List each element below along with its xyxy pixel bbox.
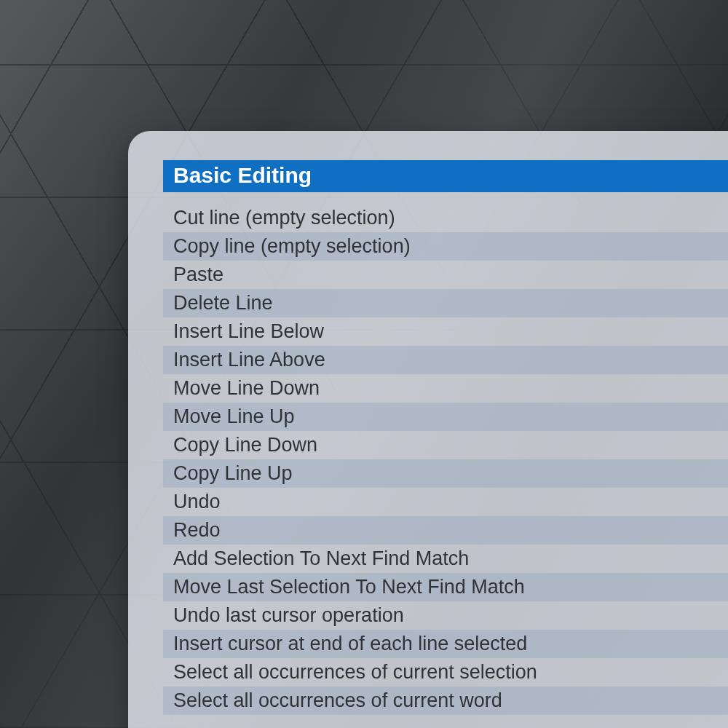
shortcut-label: Move Line Down: [173, 379, 728, 398]
shortcut-row: Move Line UpAlt+Up: [163, 403, 728, 431]
shortcut-row: Select all occurrences of current wordCt…: [163, 687, 728, 715]
shortcut-row: Copy Line DownShift+Alt+Down: [163, 431, 728, 459]
shortcut-label: Move Last Selection To Next Find Match: [173, 577, 728, 597]
shortcut-label: Copy Line Down: [173, 435, 728, 455]
shortcut-row: Copy line (empty selection)Ctrl+C: [163, 232, 728, 261]
section-header: Basic Editing: [163, 160, 728, 192]
shortcut-label: Paste: [173, 265, 728, 285]
shortcut-label: Redo: [173, 521, 728, 540]
shortcut-row: Delete LineCtrl+Shift+K: [163, 289, 728, 317]
shortcut-row: Move Line DownAlt+Down: [163, 374, 728, 403]
shortcut-row: RedoCtrl+Y: [163, 516, 728, 545]
shortcut-row: Select all occurrences of current select…: [163, 658, 728, 687]
shortcut-row: Insert cursor at end of each line select…: [163, 630, 728, 658]
shortcut-row: Insert Line AboveCtrl+Shift+Enter: [163, 346, 728, 374]
shortcut-label: Cut line (empty selection): [173, 208, 728, 228]
shortcut-label: Undo last cursor operation: [173, 606, 728, 625]
shortcut-row: Copy Line UpShift+Alt+Up: [163, 459, 728, 488]
shortcut-row: Add Selection To Next Find MatchCtrl+D: [163, 545, 728, 573]
shortcut-label: Insert cursor at end of each line select…: [173, 634, 728, 654]
shortcut-label: Add Selection To Next Find Match: [173, 549, 728, 569]
shortcut-label: Select all occurrences of current select…: [173, 662, 728, 682]
shortcuts-panel: Basic Editing Cut line (empty selection)…: [128, 131, 728, 728]
shortcut-label: Copy Line Up: [173, 464, 728, 483]
shortcut-label: Insert Line Above: [173, 350, 728, 370]
shortcut-row: Cut line (empty selection)Ctrl+X: [163, 204, 728, 232]
shortcut-label: Copy line (empty selection): [173, 237, 728, 256]
shortcut-label: Move Line Up: [173, 407, 728, 427]
shortcut-label: Select all occurrences of current word: [173, 691, 728, 711]
shortcut-row: Move Last Selection To Next Find MatchCt…: [163, 573, 728, 601]
shortcut-row: Insert Line BelowCtrl+Enter: [163, 317, 728, 346]
shortcut-label: Insert Line Below: [173, 322, 728, 341]
shortcut-row: Undo last cursor operationCtrl+U: [163, 601, 728, 630]
shortcuts-list: Cut line (empty selection)Ctrl+XCopy lin…: [169, 204, 728, 715]
section-title: Basic Editing: [173, 163, 312, 187]
shortcut-label: Delete Line: [173, 293, 728, 313]
shortcut-label: Undo: [173, 492, 728, 512]
shortcut-row: UndoCtrl+Z: [163, 488, 728, 516]
shortcut-row: PasteCtrl+V: [163, 261, 728, 289]
